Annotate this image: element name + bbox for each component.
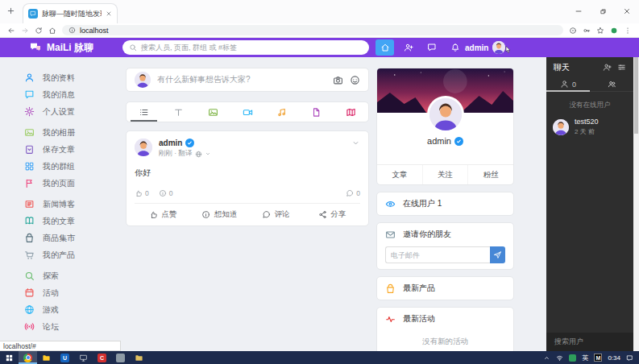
activity-pulse-icon: [385, 314, 396, 325]
post-composer[interactable]: 有什么新鲜事想告诉大家?: [126, 68, 369, 92]
like-count-stat: 0: [135, 189, 149, 197]
new-tab-button[interactable]: [6, 6, 15, 15]
tray-clock[interactable]: 0:34: [608, 354, 620, 362]
post-menu-chevron-icon[interactable]: [351, 139, 360, 147]
post-author-name[interactable]: admin: [159, 139, 182, 147]
tab-text-posts[interactable]: [161, 102, 196, 122]
browser-menu-icon[interactable]: [624, 27, 632, 35]
sidebar-item-my-pages[interactable]: 我的页面: [24, 175, 122, 192]
sidebar-item-forum[interactable]: 论坛: [24, 318, 122, 335]
tab-file-posts[interactable]: [299, 102, 334, 122]
tab-map-posts[interactable]: [334, 102, 368, 122]
scrollbar-thumb[interactable]: [634, 57, 638, 134]
sidebar-item-marketplace[interactable]: 商品集市: [24, 230, 122, 246]
tray-ime-indicator[interactable]: 英: [582, 354, 588, 362]
no-activity-text: 没有新的活动: [385, 337, 505, 347]
window-restore-button[interactable]: [591, 0, 615, 23]
sidebar-item-my-profile[interactable]: 我的资料: [24, 69, 122, 86]
smiley-icon[interactable]: [350, 75, 360, 85]
taskbar-gray-app-icon[interactable]: [111, 351, 130, 364]
browser-tab[interactable]: 脉聊—随时随地发现新…: [23, 3, 118, 23]
sidebar-item-saved-posts[interactable]: 保存文章: [24, 141, 122, 158]
chat-title: 聊天: [554, 62, 570, 73]
sidebar-item-games[interactable]: 游戏: [24, 301, 122, 318]
tray-chevron-up-icon[interactable]: [543, 354, 550, 362]
profile-name[interactable]: admin: [427, 136, 451, 146]
like-button[interactable]: 点赞: [135, 209, 191, 220]
person-icon: [560, 80, 569, 89]
map-icon: [346, 107, 356, 118]
start-button[interactable]: [0, 351, 19, 364]
share-button[interactable]: 分享: [304, 209, 360, 220]
profile-tab-followers[interactable]: 粉丝: [468, 165, 513, 184]
comment-button[interactable]: 评论: [247, 209, 304, 220]
sidebar-item-settings[interactable]: 个人设置: [24, 103, 122, 120]
post-time-translate[interactable]: 刚刚 · 翻译: [159, 149, 193, 159]
sidebar-item-explore[interactable]: 探索: [24, 267, 122, 284]
chat-tab-contacts[interactable]: 0: [546, 77, 590, 91]
back-button[interactable]: [7, 27, 15, 35]
taskbar-u-app-icon[interactable]: U: [56, 351, 74, 364]
bookmark-star-icon[interactable]: [596, 27, 604, 35]
taskbar-chrome-icon[interactable]: [19, 351, 37, 364]
book-icon: [24, 216, 35, 226]
add-contact-icon[interactable]: [603, 63, 612, 72]
camera-icon[interactable]: [333, 75, 343, 85]
tab-close-icon[interactable]: [106, 10, 112, 17]
nav-friend-requests-button[interactable]: [399, 39, 417, 56]
sidebar-item-my-albums[interactable]: 我的相册: [24, 124, 122, 141]
sidebar-item-my-messages[interactable]: 我的消息: [24, 86, 122, 103]
post-author-avatar[interactable]: [135, 139, 152, 156]
user-menu[interactable]: admin: [465, 38, 505, 57]
window-close-button[interactable]: [615, 0, 639, 23]
chat-settings-sliders-icon[interactable]: [617, 63, 626, 72]
tab-all-posts[interactable]: [127, 102, 161, 122]
invite-email-input[interactable]: [385, 246, 490, 263]
nav-notifications-button[interactable]: [446, 39, 464, 56]
action-center-icon[interactable]: [626, 354, 633, 362]
taskbar-explorer-icon[interactable]: [37, 351, 56, 364]
chat-user-row[interactable]: test520 2 天 前: [546, 110, 633, 143]
tab-music-posts[interactable]: [264, 102, 299, 122]
tab-title: 脉聊—随时随地发现新…: [42, 9, 102, 19]
person-icon: [24, 72, 35, 83]
taskbar-c-app-icon[interactable]: C: [93, 351, 111, 364]
browser-home-button[interactable]: [48, 27, 56, 35]
taskbar-remote-app-icon[interactable]: [74, 351, 93, 364]
tray-m-badge[interactable]: M: [594, 354, 602, 362]
sidebar-item-events[interactable]: 活动: [24, 284, 122, 301]
target-extension-icon[interactable]: [569, 27, 577, 35]
address-bar[interactable]: localhost: [62, 25, 563, 35]
tray-app-icon[interactable]: [569, 354, 576, 362]
brand[interactable]: MaiLi 脉聊: [29, 38, 93, 57]
wonder-count-stat: 0: [159, 189, 173, 197]
page-scrollbar[interactable]: [633, 57, 639, 351]
sidebar-item-my-products[interactable]: 我的产品: [24, 246, 122, 263]
nav-messages-button[interactable]: [422, 39, 441, 56]
extension-icon[interactable]: [610, 27, 618, 35]
chat-tab-groups[interactable]: [590, 77, 633, 91]
site-info-icon[interactable]: [68, 27, 76, 34]
header-search-input[interactable]: 搜索人员, 页面, 群组 或 #标签: [122, 40, 369, 55]
send-invite-button[interactable]: [490, 246, 505, 263]
password-key-icon[interactable]: [583, 27, 591, 35]
profile-tab-articles[interactable]: 文章: [377, 165, 423, 184]
window-minimize-button[interactable]: [566, 0, 591, 23]
chevron-down-icon[interactable]: [205, 151, 211, 157]
nav-home-button[interactable]: [376, 39, 394, 56]
reload-button[interactable]: [35, 27, 43, 35]
tab-photo-posts[interactable]: [196, 102, 230, 122]
sidebar-item-news-blog[interactable]: 新闻博客: [24, 196, 122, 213]
chat-search-input[interactable]: 搜索用户: [546, 333, 633, 351]
taskbar-folder2-icon[interactable]: [130, 351, 148, 364]
sidebar-item-my-articles[interactable]: 我的文章: [24, 213, 122, 230]
forward-button[interactable]: [21, 27, 29, 35]
post-card: admin 刚刚 · 翻译 你好 0 0 0 点赞 想知道 评论 分享: [126, 130, 369, 226]
profile-avatar[interactable]: [427, 96, 464, 133]
wonder-button[interactable]: 想知道: [191, 209, 247, 220]
sidebar-item-my-groups[interactable]: 我的群组: [24, 158, 122, 175]
profile-tab-following[interactable]: 关注: [423, 165, 469, 184]
tab-video-posts[interactable]: [230, 102, 265, 122]
composer-placeholder[interactable]: 有什么新鲜事想告诉大家?: [157, 74, 326, 85]
tray-network-icon[interactable]: [556, 354, 563, 362]
